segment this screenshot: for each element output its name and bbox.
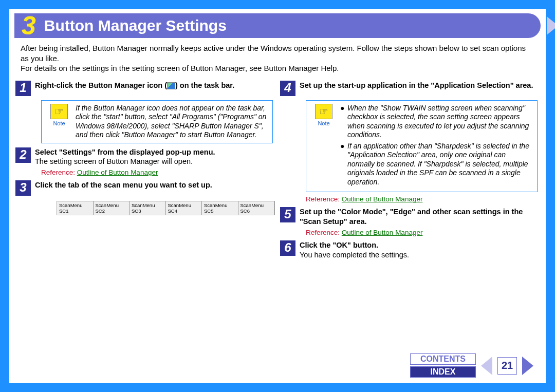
prev-page-arrow-icon[interactable] xyxy=(481,357,492,375)
tab-sc6: ScanMenu SC6 xyxy=(238,201,275,215)
page-title: Button Manager Settings xyxy=(44,17,227,34)
step-2-heading: Select "Settings" from the displayed pop… xyxy=(35,147,275,157)
next-page-arrow-icon[interactable] xyxy=(522,357,533,375)
step-number-4: 4 xyxy=(280,81,295,96)
intro-paragraph-1: After being installed, Button Manager no… xyxy=(21,43,534,63)
note-box-2: ☞ Note When the "Show TWAIN setting scre… xyxy=(306,100,538,193)
tab-sc2: ScanMenu SC2 xyxy=(94,201,130,215)
reference-link-3[interactable]: Outline of Button Manager xyxy=(342,229,423,236)
left-column: 1 Right-click the Button Manager icon ()… xyxy=(15,77,275,261)
reference-link-2[interactable]: Outline of Button Manager xyxy=(342,195,423,203)
tab-sc3: ScanMenu SC3 xyxy=(130,201,166,215)
pointing-hand-icon: ☞ xyxy=(315,104,332,119)
button-manager-icon xyxy=(167,82,175,89)
tab-sc4: ScanMenu SC4 xyxy=(166,201,202,215)
tab-sc1: ScanMenu SC1 xyxy=(57,201,94,215)
note-label: Note xyxy=(310,120,337,126)
step-number-3: 3 xyxy=(15,180,31,196)
note-2-bullet-1: When the "Show TWAIN setting screen when… xyxy=(340,104,533,140)
chapter-number: 3 xyxy=(22,13,36,39)
intro-paragraph-2: For details on the settings in the setti… xyxy=(21,63,534,73)
step-3-heading: Click the tab of the scan menu you want … xyxy=(35,180,275,190)
step-6-body: You have completed the settings. xyxy=(300,250,540,260)
step-1-heading-b: ) on the task bar. xyxy=(175,81,234,89)
reference-label: Reference: xyxy=(41,169,75,176)
page-number: 21 xyxy=(497,357,517,375)
step-5-heading: Set up the "Color Mode", "Edge" and othe… xyxy=(300,207,540,227)
pointing-hand-icon: ☞ xyxy=(50,104,68,119)
contents-button[interactable]: CONTENTS xyxy=(410,353,476,365)
reference-label: Reference: xyxy=(306,195,340,203)
step-2-body: The setting screen of Button Manager wil… xyxy=(35,157,275,166)
step-1-heading-a: Right-click the Button Manager icon ( xyxy=(35,81,167,89)
step-number-1: 1 xyxy=(15,81,31,96)
step-6-heading: Click the "OK" button. xyxy=(300,240,540,250)
chapter-header: 3 Button Manager Settings xyxy=(14,13,541,38)
note-label: Note xyxy=(46,120,72,126)
step-number-2: 2 xyxy=(15,147,31,163)
page-frame: 3 Button Manager Settings After being in… xyxy=(0,0,555,392)
svg-marker-0 xyxy=(547,16,555,35)
note-2-bullet-2: If an application other than "Sharpdesk"… xyxy=(340,142,533,187)
index-button[interactable]: INDEX xyxy=(410,366,476,378)
step-4-heading: Set up the start-up application in the "… xyxy=(300,81,540,90)
scan-menu-tabs-screenshot: ScanMenu SC1 ScanMenu SC2 ScanMenu SC3 S… xyxy=(57,201,275,215)
reference-label: Reference: xyxy=(306,229,340,236)
header-arrow-icon xyxy=(547,16,555,35)
tab-sc5: ScanMenu SC5 xyxy=(202,201,238,215)
step-number-6: 6 xyxy=(280,240,295,256)
reference-link-1[interactable]: Outline of Button Manager xyxy=(77,169,158,176)
step-number-5: 5 xyxy=(280,207,295,222)
intro-text: After being installed, Button Manager no… xyxy=(21,43,534,73)
footer-nav: CONTENTS INDEX 21 xyxy=(410,353,533,378)
note-box-1: ☞ Note If the Button Manager icon does n… xyxy=(41,100,273,143)
right-column: 4 Set up the start-up application in the… xyxy=(280,77,540,261)
note-1-text: If the Button Manager icon does not appe… xyxy=(76,104,268,140)
